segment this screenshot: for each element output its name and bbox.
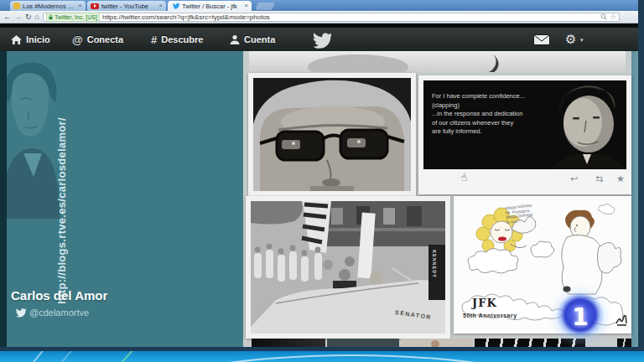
cartoon-title: JFK bbox=[472, 297, 497, 309]
nav-label: Descubre bbox=[161, 34, 203, 44]
twitter-handle-row: @cdelamortve bbox=[13, 308, 89, 318]
tv-lower-band bbox=[0, 351, 644, 362]
nav-label: Inicio bbox=[26, 34, 50, 44]
nav-item-inicio[interactable]: Inicio bbox=[11, 28, 50, 51]
youtube-favicon bbox=[91, 3, 99, 9]
page-favicon bbox=[13, 3, 20, 9]
campaign-sign-text: KENNEDY bbox=[432, 250, 437, 292]
tv-overlay-sidebar: http://blogs.rtve.es/carlosdelamor/ Carl… bbox=[0, 51, 243, 348]
twitter-navbar: Inicio @ Conecta # Descubre Cuenta ⚙ ▾ bbox=[0, 28, 644, 53]
artist-signature bbox=[615, 315, 628, 327]
gear-icon[interactable]: ⚙ bbox=[565, 33, 576, 45]
browser-tab-twitter[interactable]: Twitter / Buscar - jfk × bbox=[168, 1, 252, 11]
back-button[interactable]: ← bbox=[3, 13, 11, 21]
presenter-name: Carlos del Amor bbox=[11, 288, 107, 303]
photo-card-motorcade[interactable]: SENATOR KENNEDY bbox=[246, 196, 450, 339]
la1-channel-logo: 1 bbox=[557, 293, 604, 340]
blog-url-vertical: http://blogs.rtve.es/carlosdelamor/ bbox=[55, 59, 68, 304]
nav-item-descubre[interactable]: # Descubre bbox=[151, 28, 203, 51]
new-tab-button[interactable] bbox=[256, 3, 275, 10]
twitter-favicon bbox=[171, 3, 179, 9]
tab-title: twitter - YouTube bbox=[101, 3, 156, 10]
presenter-photo bbox=[0, 59, 60, 219]
hash-icon: # bbox=[151, 34, 157, 46]
browser-tab-youtube[interactable]: twitter - YouTube × bbox=[87, 1, 166, 11]
right-margin-strip bbox=[631, 51, 638, 348]
band-arc-line bbox=[0, 354, 644, 362]
twitter-handle: @cdelamortve bbox=[29, 308, 89, 318]
band-streak bbox=[59, 351, 74, 362]
channel-logo-digit: 1 bbox=[572, 303, 588, 331]
security-badge-label: Twitter, Inc. [US] bbox=[55, 14, 97, 20]
url-input[interactable]: Twitter, Inc. [US] https://twitter.com/s… bbox=[43, 13, 620, 22]
jfk-quote-photo[interactable]: For I have complete confidence... (clapp… bbox=[423, 80, 626, 169]
nav-item-cuenta[interactable]: Cuenta bbox=[230, 28, 275, 51]
browser-tab-strip: Los #Modernos (hoy Al × twitter - YouTub… bbox=[0, 0, 644, 11]
close-tab-icon[interactable]: × bbox=[244, 3, 248, 9]
close-tab-icon[interactable]: × bbox=[158, 3, 163, 9]
chevron-down-icon[interactable]: ▾ bbox=[580, 37, 584, 44]
hand-cursor-icon: ☝ bbox=[459, 170, 468, 184]
url-text: https://twitter.com/search?q=jfk&src=typ… bbox=[102, 13, 598, 21]
cartoon-subtitle: 50th Anniversary bbox=[463, 313, 517, 318]
tab-title: Los #Modernos (hoy Al bbox=[23, 3, 75, 10]
browser-tab-modernos[interactable]: Los #Modernos (hoy Al × bbox=[10, 1, 86, 11]
tweet-quote-text: For I have complete confidence... (clapp… bbox=[432, 92, 549, 137]
band-streak bbox=[30, 351, 45, 362]
photo-detail bbox=[472, 51, 502, 72]
tweet-card[interactable]: For I have complete confidence... (clapp… bbox=[418, 75, 631, 194]
home-button[interactable]: ⌂ bbox=[35, 13, 39, 21]
photo-detail bbox=[308, 54, 408, 72]
retweet-icon[interactable]: ⇆ bbox=[595, 173, 603, 184]
messages-envelope-icon[interactable] bbox=[533, 34, 550, 45]
tab-title: Twitter / Buscar - jfk bbox=[182, 3, 242, 10]
sidebar-dark-edge bbox=[0, 51, 7, 348]
twitter-bird-icon bbox=[13, 308, 26, 318]
search-page-icon[interactable] bbox=[600, 13, 607, 20]
photo-partial-top[interactable] bbox=[249, 51, 626, 72]
jfk-portrait bbox=[543, 80, 626, 169]
screen-right-edge bbox=[638, 0, 644, 351]
close-tab-icon[interactable]: × bbox=[78, 3, 82, 9]
bookmark-star-icon[interactable]: ☆ bbox=[610, 13, 616, 21]
reply-icon[interactable]: ↩ bbox=[570, 173, 578, 184]
reload-button[interactable]: ↻ bbox=[25, 13, 32, 21]
home-icon bbox=[11, 35, 22, 44]
photo-card-cartoon[interactable]: Happy birthday Mr. President... Happy bi… bbox=[454, 196, 631, 334]
nav-item-conecta[interactable]: @ Conecta bbox=[72, 28, 123, 51]
band-streak-green bbox=[119, 351, 135, 362]
forward-button[interactable]: → bbox=[14, 13, 22, 21]
security-badge[interactable]: Twitter, Inc. [US] bbox=[46, 13, 100, 22]
nav-label: Cuenta bbox=[244, 34, 275, 44]
tv-capture-screen: Los #Modernos (hoy Al × twitter - YouTub… bbox=[0, 0, 644, 362]
person-icon bbox=[230, 34, 240, 44]
jfk-sunglasses-photo bbox=[253, 78, 411, 191]
twitter-bird-logo[interactable] bbox=[309, 31, 331, 49]
favorite-star-icon[interactable]: ★ bbox=[616, 173, 625, 184]
photo-card-sunglasses[interactable] bbox=[248, 73, 416, 196]
at-icon: @ bbox=[72, 34, 83, 46]
nav-label: Conecta bbox=[87, 34, 123, 44]
lock-icon bbox=[49, 14, 53, 20]
browser-address-bar: ← → ↻ ⌂ Twitter, Inc. [US] https://twitt… bbox=[0, 11, 644, 23]
